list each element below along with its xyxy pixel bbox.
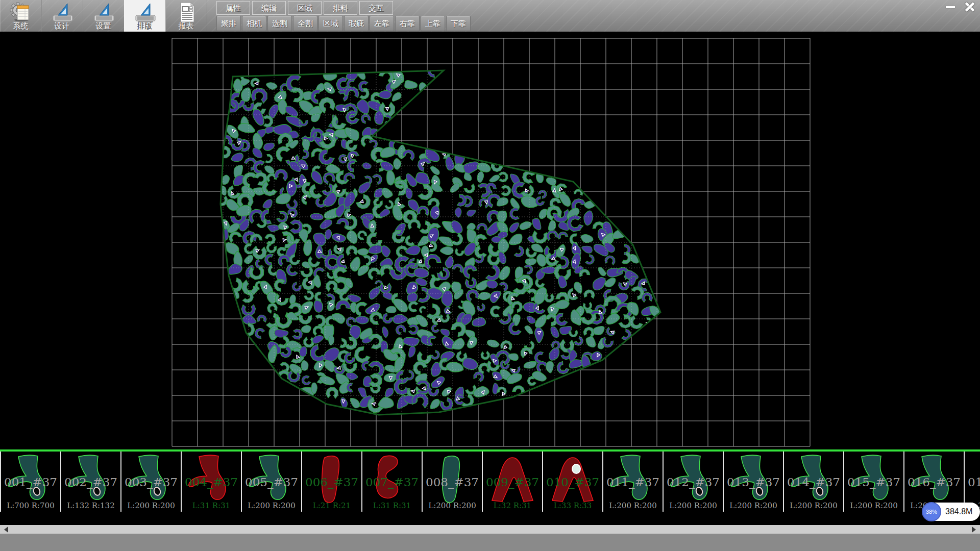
menu-tab-bar: 属性编辑区域排料交互 xyxy=(216,1,393,14)
piece-name: 013_#37 xyxy=(724,475,783,489)
app-button-1[interactable]: 系统 xyxy=(0,0,42,32)
piece-lr-count: L:31 R:31 xyxy=(182,501,241,510)
piece-lr-count: L:132 R:132 xyxy=(61,501,120,510)
piece-name: 010_#37 xyxy=(543,475,602,489)
piece-thumbnail-10[interactable]: 010_#37L:33 R:33 xyxy=(543,452,603,512)
action-button-6[interactable]: 瑕疵 xyxy=(344,16,369,31)
piece-name: 001_#37 xyxy=(1,475,60,489)
app-button-label: 报表 xyxy=(179,22,194,30)
action-button-7[interactable]: 左靠 xyxy=(370,16,394,31)
main-toolbar: 系统设计设置排版报表 属性编辑区域排料交互 聚排相机选割全割区域瑕疵左靠右靠上靠… xyxy=(0,0,980,32)
piece-name: 011_#37 xyxy=(603,475,663,489)
action-button-1[interactable]: 聚排 xyxy=(216,16,241,31)
close-icon[interactable] xyxy=(962,1,978,13)
settings-ruler-icon xyxy=(92,2,115,23)
piece-name: 014_#37 xyxy=(784,475,843,489)
app-button-label: 排版 xyxy=(137,22,153,30)
minimize-icon[interactable] xyxy=(942,1,959,13)
layout-ruler-icon xyxy=(133,2,157,23)
piece-thumbnail-3[interactable]: 003_#37L:200 R:200 xyxy=(121,452,182,512)
action-button-8[interactable]: 右靠 xyxy=(395,16,420,31)
action-button-9[interactable]: 上靠 xyxy=(421,16,445,31)
action-button-3[interactable]: 选割 xyxy=(267,16,292,31)
horizontal-scrollbar[interactable] xyxy=(0,525,980,534)
piece-thumbnail-7[interactable]: 007_#37L:31 R:31 xyxy=(362,452,423,512)
piece-thumbnail-2[interactable]: 002_#37L:132 R:132 xyxy=(61,452,121,512)
piece-thumbnail-15[interactable]: 015_#37L:200 R:200 xyxy=(844,452,904,512)
piece-name: 003_#37 xyxy=(121,475,181,489)
scroll-right-icon[interactable] xyxy=(972,527,976,533)
piece-lr-count: L:200 R:200 xyxy=(603,501,663,510)
piece-thumbnail-11[interactable]: 011_#37L:200 R:200 xyxy=(603,452,664,512)
action-button-10[interactable]: 下靠 xyxy=(446,16,471,31)
piece-thumbnail-12[interactable]: 012_#37L:200 R:200 xyxy=(664,452,724,512)
menu-tab-1[interactable]: 属性 xyxy=(216,1,250,15)
app-button-2[interactable]: 设计 xyxy=(41,0,83,32)
menu-tab-5[interactable]: 交互 xyxy=(359,1,393,15)
piece-thumbnail-13[interactable]: 013_#37L:200 R:200 xyxy=(724,452,784,512)
action-button-2[interactable]: 相机 xyxy=(242,16,266,31)
piece-thumbnail-8[interactable]: 008_#37L:200 R:200 xyxy=(423,452,483,512)
piece-lr-count: L:33 R:33 xyxy=(543,501,602,510)
app-button-3[interactable]: 设置 xyxy=(83,0,125,32)
app-button-5[interactable]: 报表 xyxy=(165,0,207,32)
piece-thumbnail-1[interactable]: 001_#37L:700 R:700 xyxy=(1,452,61,512)
piece-name: 009_#37 xyxy=(483,475,542,489)
memory-percent-indicator: 38% xyxy=(922,502,941,521)
canvas-graphics xyxy=(0,32,980,449)
app-button-label: 设置 xyxy=(96,22,111,30)
status-bar xyxy=(0,534,980,551)
piece-lr-count: L:200 R:200 xyxy=(784,501,843,510)
menu-tab-3[interactable]: 区域 xyxy=(288,1,322,15)
action-button-5[interactable]: 区域 xyxy=(318,16,343,31)
scroll-left-icon[interactable] xyxy=(4,527,8,533)
piece-thumbnail-9[interactable]: 009_#37L:32 R:31 xyxy=(483,452,543,512)
piece-thumbnail-14[interactable]: 014_#37L:200 R:200 xyxy=(784,452,844,512)
action-button-bar: 聚排相机选割全割区域瑕疵左靠右靠上靠下靠 xyxy=(216,16,471,31)
memory-percent-text: 38% xyxy=(926,509,937,515)
piece-thumbnail-5[interactable]: 005_#37L:200 R:200 xyxy=(242,452,302,512)
piece-name: 016_#37 xyxy=(904,475,964,489)
system-gear-icon xyxy=(9,2,33,23)
piece-lr-count: L:200 R:200 xyxy=(121,501,181,510)
piece-lr-count: L:200 R:200 xyxy=(664,501,723,510)
app-button-label: 系统 xyxy=(13,22,29,30)
piece-name: 004_#37 xyxy=(182,475,241,489)
piece-lr-count: L:200 R:200 xyxy=(423,501,482,510)
piece-name: 005_#37 xyxy=(242,475,301,489)
piece-thumbnail-6[interactable]: 006_#37L:21 R:21 xyxy=(302,452,362,512)
app-button-label: 设计 xyxy=(55,22,70,30)
piece-name: 008_#37 xyxy=(423,475,482,489)
menu-tab-4[interactable]: 排料 xyxy=(324,1,357,15)
menu-tab-2[interactable]: 编辑 xyxy=(252,1,286,15)
window-controls xyxy=(942,1,978,13)
piece-name: 006_#37 xyxy=(302,475,361,489)
design-ruler-icon xyxy=(51,2,74,23)
piece-lr-count: L:31 R:31 xyxy=(362,501,422,510)
piece-name: 002_#37 xyxy=(61,475,120,489)
piece-lr-count: L:21 R:21 xyxy=(302,501,361,510)
piece-lr-count: L:200 R:200 xyxy=(844,501,903,510)
memory-value-text: 384.8M xyxy=(945,507,972,516)
piece-lr-count: L:200 R:200 xyxy=(242,501,301,510)
report-doc-icon xyxy=(175,2,198,23)
piece-name: 007_#37 xyxy=(362,475,422,489)
piece-name: 015_#37 xyxy=(844,475,903,489)
app-button-4[interactable]: 排版 xyxy=(124,0,166,32)
nesting-canvas[interactable] xyxy=(0,32,980,449)
piece-lr-count: L:32 R:31 xyxy=(483,501,542,510)
memory-badge: 38% 384.8M xyxy=(923,503,980,521)
action-button-4[interactable]: 全割 xyxy=(293,16,317,31)
piece-thumbnail-4[interactable]: 004_#37L:31 R:31 xyxy=(182,452,242,512)
piece-thumbnail-strip: 001_#37L:700 R:700002_#37L:132 R:132003_… xyxy=(0,452,980,512)
piece-name: 017_#37 xyxy=(965,475,980,489)
piece-name: 012_#37 xyxy=(664,475,723,489)
piece-lr-count: L:200 R:200 xyxy=(724,501,783,510)
piece-lr-count: L:700 R:700 xyxy=(1,501,60,510)
application-window: 系统设计设置排版报表 属性编辑区域排料交互 聚排相机选割全割区域瑕疵左靠右靠上靠… xyxy=(0,0,980,551)
